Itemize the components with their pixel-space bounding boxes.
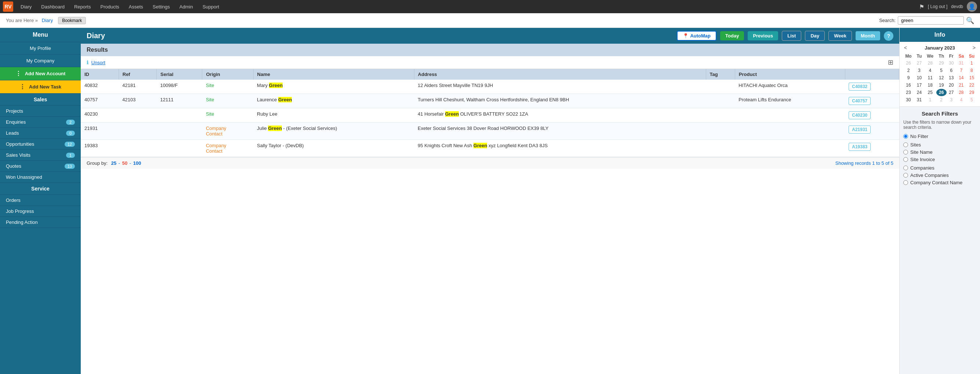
cal-day[interactable]: 1 [966, 59, 977, 67]
sidebar-item-pending-action[interactable]: Pending Action [0, 217, 81, 228]
month-button[interactable]: Month [856, 31, 880, 40]
cal-day[interactable]: 23 [902, 89, 914, 96]
sidebar-item-opportunities[interactable]: Opportunities 12 [0, 139, 81, 150]
cal-day[interactable]: 28 [924, 59, 936, 67]
cal-day[interactable]: 5 [966, 96, 977, 103]
sidebar-item-my-profile[interactable]: My Profile [0, 42, 81, 55]
nav-reports[interactable]: Reports [70, 3, 95, 11]
unsort-link[interactable]: Unsort [91, 60, 105, 65]
cell-origin[interactable]: Site [202, 108, 253, 123]
group-25-link[interactable]: 25 [111, 161, 116, 166]
cell-origin[interactable]: Site [202, 80, 253, 94]
group-100-link[interactable]: 100 [133, 161, 141, 166]
record-button-21931[interactable]: A21931 [849, 126, 870, 134]
cal-day[interactable]: 16 [902, 81, 914, 89]
filter-company-contact-name-radio[interactable] [903, 180, 908, 185]
nav-products[interactable]: Products [96, 3, 123, 11]
cell-origin[interactable]: Site [202, 94, 253, 108]
cal-day[interactable]: 25 [924, 89, 936, 96]
cal-day[interactable]: 13 [947, 74, 956, 81]
nav-settings[interactable]: Settings [148, 3, 174, 11]
sidebar-item-won-unassigned[interactable]: Won Unassigned [0, 172, 81, 183]
today-button[interactable]: Today [720, 31, 744, 40]
cal-day[interactable]: 1 [924, 96, 936, 103]
nav-dashboard[interactable]: Dashboard [37, 3, 69, 11]
cal-day[interactable]: 29 [936, 59, 947, 67]
cal-day[interactable]: 5 [936, 67, 947, 74]
cal-day[interactable]: 31 [956, 59, 966, 67]
logout-link[interactable]: [ Log out ] [928, 4, 947, 9]
cal-day[interactable]: 20 [947, 81, 956, 89]
cell-origin[interactable]: CompanyContact [202, 140, 253, 157]
sidebar-item-enquiries[interactable]: Enquiries 2 [0, 117, 81, 128]
filter-site-invoice[interactable]: Site Invoice [903, 157, 976, 162]
group-50-link[interactable]: 50 [122, 161, 127, 166]
sidebar-item-quotes[interactable]: Quotes 13 [0, 161, 81, 172]
cal-day[interactable]: 3 [914, 67, 924, 74]
filter-site-name-radio[interactable] [903, 150, 908, 154]
cal-day[interactable]: 30 [902, 96, 914, 103]
sidebar-item-sales-visits[interactable]: Sales Visits 1 [0, 150, 81, 161]
cal-day[interactable]: 21 [956, 81, 966, 89]
cal-day[interactable]: 14 [956, 74, 966, 81]
cal-day[interactable]: 2 [936, 96, 947, 103]
record-button-19383[interactable]: A19383 [849, 143, 870, 151]
sidebar-item-my-company[interactable]: My Company [0, 55, 81, 67]
list-button[interactable]: List [782, 31, 801, 41]
cal-day[interactable]: 4 [924, 67, 936, 74]
cal-day[interactable]: 24 [914, 89, 924, 96]
cal-day[interactable]: 19 [936, 81, 947, 89]
filter-active-companies[interactable]: Active Companies [903, 172, 976, 178]
cal-prev-button[interactable]: < [902, 45, 908, 51]
cal-day[interactable]: 18 [924, 81, 936, 89]
sidebar-item-orders[interactable]: Orders [0, 195, 81, 206]
sidebar-item-add-account[interactable]: ⋮ Add New Account [0, 67, 81, 80]
search-button[interactable]: 🔍 [966, 16, 974, 25]
filter-sites-radio[interactable] [903, 142, 908, 147]
record-button-40757[interactable]: C40757 [849, 97, 870, 105]
day-button[interactable]: Day [805, 31, 825, 41]
cal-day[interactable]: 28 [956, 89, 966, 96]
cal-day[interactable]: 11 [924, 74, 936, 81]
cal-day[interactable]: 17 [914, 81, 924, 89]
cal-day[interactable]: 15 [966, 74, 977, 81]
cal-day[interactable]: 3 [947, 96, 956, 103]
nav-assets[interactable]: Assets [124, 3, 148, 11]
nav-admin[interactable]: Admin [175, 3, 197, 11]
filter-site-invoice-radio[interactable] [903, 157, 908, 162]
breadcrumb-page[interactable]: Diary [42, 18, 53, 23]
filter-no-filter[interactable]: No Filter [903, 134, 976, 139]
cell-origin[interactable]: CompanyContact [202, 123, 253, 140]
filter-no-filter-radio[interactable] [903, 134, 908, 139]
grid-icon[interactable]: ⊞ [888, 58, 893, 67]
bookmark-button[interactable]: Bookmark [58, 17, 86, 24]
cal-day[interactable]: 22 [966, 81, 977, 89]
filter-companies-radio[interactable] [903, 166, 908, 170]
filter-company-contact-name[interactable]: Company Contact Name [903, 180, 976, 185]
filter-active-companies-radio[interactable] [903, 173, 908, 178]
cal-day[interactable]: 26 [902, 59, 914, 67]
cal-day[interactable]: 9 [902, 74, 914, 81]
sidebar-item-job-progress[interactable]: Job Progress [0, 206, 81, 217]
automap-button[interactable]: 📍 AutoMap [677, 31, 716, 41]
cal-day[interactable]: 7 [956, 67, 966, 74]
filter-companies[interactable]: Companies [903, 165, 976, 171]
filter-sites[interactable]: Sites [903, 142, 976, 148]
cal-next-button[interactable]: > [971, 45, 977, 51]
sidebar-item-leads[interactable]: Leads 0 [0, 128, 81, 139]
week-button[interactable]: Week [829, 31, 852, 41]
cal-day-today[interactable]: 26 [936, 89, 947, 96]
cal-day[interactable]: 6 [947, 67, 956, 74]
record-button-40230[interactable]: C40230 [849, 111, 870, 119]
help-button[interactable]: ? [884, 31, 893, 41]
cal-day[interactable]: 2 [902, 67, 914, 74]
previous-button[interactable]: Previous [748, 31, 778, 40]
cal-day[interactable]: 12 [936, 74, 947, 81]
record-button-40832[interactable]: C40832 [849, 83, 870, 91]
cal-day[interactable]: 30 [947, 59, 956, 67]
nav-diary[interactable]: Diary [16, 3, 36, 11]
cal-day[interactable]: 29 [966, 89, 977, 96]
search-input[interactable] [898, 16, 964, 25]
cal-day[interactable]: 8 [966, 67, 977, 74]
cal-day[interactable]: 27 [914, 59, 924, 67]
